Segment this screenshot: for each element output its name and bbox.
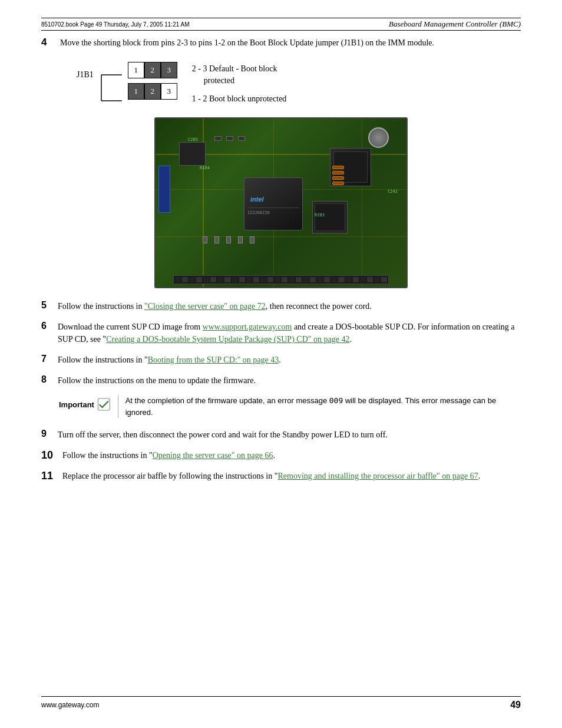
step-4-text: Move the shorting block from pins 2-3 to…	[60, 37, 521, 49]
jumper-cell-2-3: 3	[161, 83, 177, 100]
component-3	[238, 136, 245, 141]
step-5-text: Follow the instructions in "Closing the …	[58, 300, 521, 312]
step-9: 9 Turn off the server, then disconnect t…	[41, 429, 521, 441]
step-7-link[interactable]: Booting from the SUP CD:" on page 43	[148, 355, 279, 364]
component-5	[214, 236, 219, 243]
jumper-cell-1-2: 2	[144, 62, 161, 78]
header-bar: 8510702.book Page 49 Thursday, July 7, 2…	[41, 18, 521, 31]
step-11-link[interactable]: Removing and installing the processor ai…	[277, 472, 478, 480]
footer: www.gateway.com 49	[41, 696, 521, 710]
circuit-board-image: intel IZ2208Z30	[154, 117, 408, 288]
step-8-text: Follow the instructions on the menu to u…	[58, 374, 521, 387]
step-10: 10 Follow the instructions in "Opening t…	[41, 449, 521, 462]
jumper-connector-line	[98, 64, 128, 111]
step-8: 8 Follow the instructions on the menu to…	[41, 374, 521, 387]
checkmark-icon	[97, 396, 111, 413]
battery-component	[368, 127, 389, 148]
step-7-text: Follow the instructions in "Booting from…	[58, 354, 521, 366]
main-chip: intel IZ2208Z30	[244, 177, 303, 230]
bottom-connector	[173, 275, 389, 284]
step-6-sup-link[interactable]: Creating a DOS-bootable System Update Pa…	[106, 335, 349, 344]
step-8-number: 8	[41, 374, 58, 385]
step-6-text: Download the current SUP CD image from w…	[58, 321, 521, 345]
important-label: Important	[59, 395, 111, 413]
step-4-number: 4	[41, 37, 60, 48]
step-10-text: Follow the instructions in "Opening the …	[62, 449, 521, 462]
pcb-label-4: C242	[388, 189, 398, 194]
step-9-text: Turn off the server, then disconnect the…	[58, 429, 521, 441]
jumper-cell-2-1: 1	[128, 83, 144, 100]
important-text-content: At the completion of the firmware update…	[125, 396, 497, 417]
pcb-label-2: R184	[200, 166, 210, 170]
step-6-number: 6	[41, 321, 58, 331]
jumper-desc-1: 2 - 3 Default - Boot block protected	[192, 63, 287, 86]
jumper-row-2: 1 2 3	[128, 83, 177, 100]
step-5-link[interactable]: "Closing the server case" on page 72	[144, 302, 266, 311]
component-1	[214, 136, 222, 141]
chip-3	[179, 142, 206, 166]
connector-left	[158, 166, 170, 213]
step-9-number: 9	[41, 429, 58, 439]
component-4	[203, 236, 207, 243]
important-note: Important At the completion of the firmw…	[59, 395, 503, 418]
jumper-diagram: J1B1 1 2 3 1	[77, 57, 521, 111]
component-8	[250, 236, 254, 243]
important-text: At the completion of the firmware update…	[118, 395, 503, 418]
resistors	[332, 166, 344, 185]
pcb-label-3: R283	[315, 213, 325, 218]
step-7-number: 7	[41, 354, 58, 364]
jumper-descriptions: 2 - 3 Default - Boot block protected 1 -…	[177, 57, 287, 104]
jumper-label: J1B1	[77, 70, 94, 80]
step-11-number: 11	[41, 470, 62, 482]
step-10-link[interactable]: Opening the server case" on page 66	[153, 451, 273, 460]
step-5: 5 Follow the instructions in "Closing th…	[41, 300, 521, 312]
pcb-label-1: C285	[188, 137, 198, 142]
jumper-boxes: 1 2 3 1 2 3	[128, 62, 177, 100]
component-2	[226, 136, 233, 141]
jumper-row-1: 1 2 3	[128, 62, 177, 78]
header-file-info: 8510702.book Page 49 Thursday, July 7, 2…	[41, 21, 189, 28]
step-10-number: 10	[41, 449, 62, 462]
step-6-url-link[interactable]: www.support.gateway.com	[203, 322, 292, 331]
component-6	[226, 236, 231, 243]
footer-page-num: 49	[510, 700, 521, 710]
step-4: 4 Move the shorting block from pins 2-3 …	[41, 37, 521, 49]
step-7: 7 Follow the instructions in "Booting fr…	[41, 354, 521, 366]
step-11: 11 Replace the processor air baffle by f…	[41, 470, 521, 482]
footer-url: www.gateway.com	[41, 701, 99, 709]
step-11-text: Replace the processor air baffle by foll…	[62, 470, 521, 482]
jumper-cell-1-3: 3	[161, 62, 177, 78]
jumper-cell-1-1: 1	[128, 62, 144, 78]
component-7	[238, 236, 243, 243]
jumper-cell-2-2: 2	[144, 83, 161, 100]
header-chapter-title: Baseboard Management Controller (BMC)	[389, 19, 521, 29]
step-6: 6 Download the current SUP CD image from…	[41, 321, 521, 345]
jumper-desc-2: 1 - 2 Boot block unprotected	[192, 94, 287, 104]
step-5-number: 5	[41, 300, 58, 311]
